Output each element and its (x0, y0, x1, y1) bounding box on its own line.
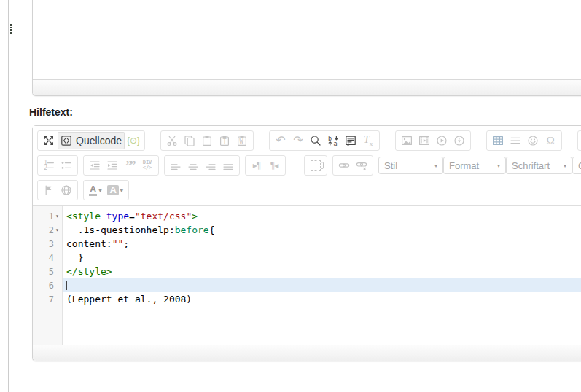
font-dropdown-label: Schriftart (512, 160, 550, 171)
cut-icon (166, 135, 178, 146)
unlink-icon (356, 160, 367, 171)
gutter-line[interactable]: 5 (33, 264, 62, 278)
align-right-button[interactable] (202, 157, 219, 174)
source-button[interactable]: Quellcode (58, 132, 125, 149)
svg-text:b: b (328, 135, 332, 142)
outdent-button[interactable] (86, 157, 104, 174)
indent-button[interactable] (104, 157, 121, 174)
bulleted-list-button[interactable] (58, 157, 75, 174)
fold-arrow-icon[interactable]: ▾ (54, 213, 61, 219)
rtl-icon: ¶◂ (270, 160, 278, 170)
rtl-button[interactable]: ¶◂ (265, 157, 283, 174)
anchor-button[interactable] (40, 181, 58, 199)
unlink-button[interactable] (353, 157, 370, 174)
horizontal-rule-button[interactable] (507, 132, 524, 149)
font-dropdown[interactable]: Schriftart ▾ (506, 157, 572, 174)
gutter-line[interactable]: 7 (33, 292, 62, 306)
align-left-button[interactable] (167, 157, 184, 174)
link-button[interactable] (335, 157, 353, 174)
code-token: { (209, 224, 215, 235)
drag-handle-icon[interactable] (10, 24, 12, 34)
div-button[interactable]: DIV</> (139, 157, 156, 174)
undo-button[interactable]: ↶ (272, 132, 289, 149)
cut-button[interactable] (163, 132, 181, 149)
font-size-dropdown[interactable]: Größe ▾ (572, 157, 581, 174)
smiley-button[interactable] (524, 132, 542, 149)
copy-button[interactable] (181, 132, 198, 149)
gutter-line[interactable]: 6 (33, 278, 62, 292)
remove-format-button[interactable]: Tx (359, 132, 377, 149)
style-dropdown-label: Stil (384, 160, 397, 171)
svg-text:T: T (223, 138, 227, 145)
format-dropdown[interactable]: Format ▾ (443, 157, 506, 174)
line-number: 2 (49, 225, 54, 235)
code-token: } (66, 252, 83, 263)
fold-arrow-icon[interactable]: ▾ (54, 227, 61, 233)
redo-button[interactable]: ↷ (289, 132, 307, 149)
gutter-line[interactable]: 3 (33, 237, 62, 251)
source-code-area[interactable]: 1▾2▾34567 <style type="text/css"> .1s-qu… (33, 206, 581, 345)
chevron-down-icon: ▾ (564, 162, 566, 169)
font-size-dropdown-label: Größe (578, 160, 581, 171)
blockquote-button[interactable]: ”” (121, 157, 139, 174)
code-token: = (129, 211, 135, 222)
maximize-button[interactable] (40, 132, 58, 149)
paste-button[interactable] (198, 132, 216, 149)
left-rail-line-2 (17, 0, 17, 392)
gutter-line[interactable]: 1▾ (33, 209, 62, 223)
templates-icon: {⊙} (127, 136, 140, 146)
oembed-button[interactable] (433, 132, 451, 149)
templates-button[interactable]: {⊙} (125, 132, 142, 149)
code-line[interactable]: </style> (63, 264, 581, 278)
text-color-button[interactable]: A▾ (86, 181, 104, 199)
align-center-button[interactable] (184, 157, 202, 174)
select-all-button[interactable] (342, 132, 359, 149)
flash-icon (453, 135, 465, 146)
top-editor-footer (33, 79, 581, 95)
select-all-icon (345, 135, 356, 146)
iframe-icon (311, 160, 321, 171)
align-justify-button[interactable] (219, 157, 237, 174)
svg-text:a: a (334, 140, 338, 146)
replace-icon: b a (327, 135, 339, 146)
gutter-line[interactable]: 4 (33, 251, 62, 264)
flash-button[interactable] (451, 132, 468, 149)
align-right-icon (205, 160, 217, 171)
code-line[interactable]: <style type="text/css"> (63, 209, 581, 223)
format-dropdown-label: Format (449, 160, 479, 171)
table-button[interactable] (489, 132, 507, 149)
paste-text-button[interactable]: T (216, 132, 233, 149)
paste-word-button[interactable]: W (233, 132, 251, 149)
search-button[interactable] (307, 132, 324, 149)
image-button[interactable] (398, 132, 416, 149)
iframe-button[interactable] (307, 157, 324, 174)
editor-toolbar: Quellcode {⊙} T W ↶ ↷ b a (33, 126, 581, 206)
paste-text-icon: T (219, 135, 230, 146)
media-icon (418, 135, 430, 146)
code-token: > (192, 211, 198, 222)
line-number: 4 (49, 253, 54, 263)
gutter-line[interactable]: 2▾ (33, 223, 62, 237)
top-editor-content[interactable] (33, 0, 581, 79)
media-button[interactable] (416, 132, 433, 149)
code-line[interactable] (63, 278, 581, 292)
blockquote-icon: ”” (126, 160, 134, 170)
language-button[interactable] (58, 181, 75, 199)
code-line[interactable]: (Leppert et al., 2008) (63, 292, 581, 306)
numbered-list-icon: 1 2 (43, 160, 55, 171)
code-lines[interactable]: <style type="text/css"> .1s-questionhelp… (63, 206, 581, 345)
bg-color-button[interactable]: A▾ (104, 181, 125, 199)
oembed-icon (436, 135, 448, 146)
ltr-button[interactable]: ▸¶ (248, 157, 265, 174)
replace-button[interactable]: b a (324, 132, 342, 149)
code-line[interactable]: } (63, 251, 581, 264)
special-char-button[interactable]: Ω (542, 132, 559, 149)
code-token: <style (66, 211, 101, 222)
style-dropdown[interactable]: Stil ▾ (378, 157, 443, 174)
special-char-icon: Ω (546, 135, 554, 146)
code-token: .1s-questionhelp: (66, 224, 175, 235)
code-line[interactable]: content:""; (63, 237, 581, 251)
numbered-list-button[interactable]: 1 2 (40, 157, 58, 174)
smiley-icon (527, 135, 539, 146)
code-line[interactable]: .1s-questionhelp:before{ (63, 223, 581, 237)
